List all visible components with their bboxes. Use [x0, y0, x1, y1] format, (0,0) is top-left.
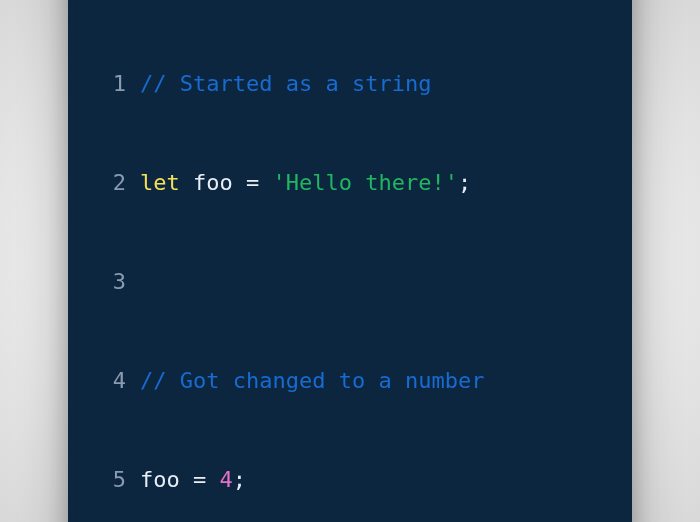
code-line: 3 [98, 265, 602, 298]
line-number: 3 [98, 265, 126, 298]
token-number: 4 [220, 467, 233, 492]
code-line: 2 let foo = 'Hello there!'; [98, 166, 602, 199]
token-semicolon: ; [458, 170, 471, 195]
token-identifier: foo [193, 170, 233, 195]
code-line: 4 // Got changed to a number [98, 364, 602, 397]
token-identifier: foo [140, 467, 180, 492]
line-number: 1 [98, 67, 126, 100]
token-comment: // Started as a string [140, 71, 431, 96]
line-number: 5 [98, 463, 126, 496]
token-string: 'Hello there!' [273, 170, 458, 195]
code-line: 5 foo = 4; [98, 463, 602, 496]
code-line: 1 // Started as a string [98, 67, 602, 100]
token-operator: = [193, 467, 206, 492]
code-window: 1 // Started as a string 2 let foo = 'He… [68, 0, 632, 522]
token-keyword: let [140, 170, 180, 195]
token-semicolon: ; [233, 467, 246, 492]
line-number: 4 [98, 364, 126, 397]
token-operator: = [246, 170, 259, 195]
token-comment: // Got changed to a number [140, 368, 484, 393]
line-number: 2 [98, 166, 126, 199]
code-block: 1 // Started as a string 2 let foo = 'He… [98, 1, 602, 523]
